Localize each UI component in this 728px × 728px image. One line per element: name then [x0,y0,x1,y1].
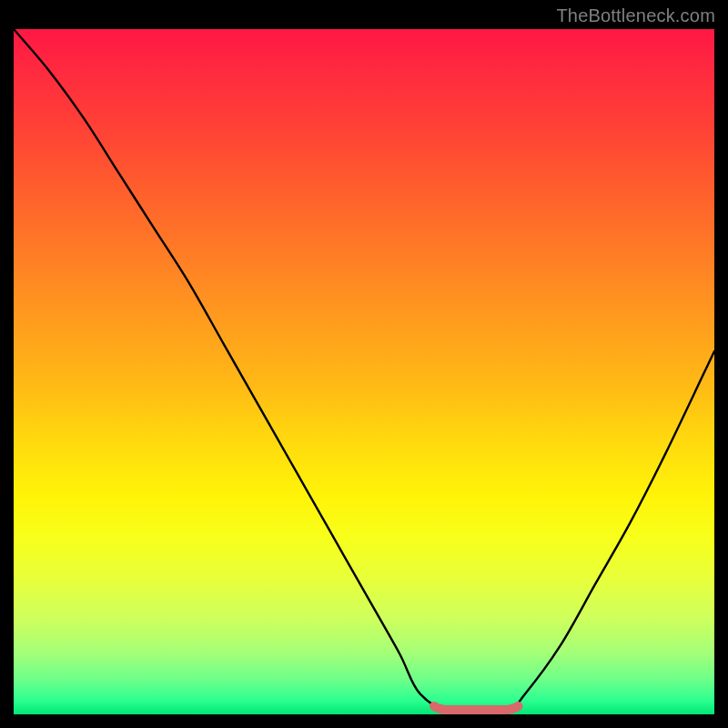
chart-stage: TheBottleneck.com [0,0,728,728]
chart-frame [14,29,714,714]
gradient-background [14,29,714,714]
watermark-label: TheBottleneck.com [556,5,715,26]
